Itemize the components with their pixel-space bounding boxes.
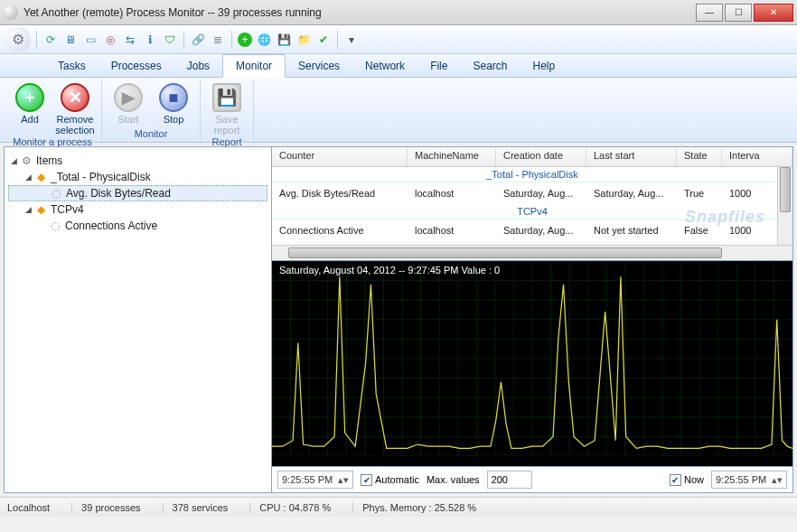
cell-laststart: Saturday, Aug... bbox=[586, 188, 677, 199]
refresh-icon[interactable]: ⟳ bbox=[42, 32, 59, 48]
dropdown-icon[interactable]: ▾ bbox=[343, 32, 360, 48]
save-report-label: Save report bbox=[214, 114, 240, 135]
menu-jobs[interactable]: Jobs bbox=[174, 54, 222, 77]
collapse-icon[interactable]: ◢ bbox=[8, 156, 19, 165]
now-checkbox[interactable]: ✔Now bbox=[670, 474, 704, 486]
col-interval[interactable]: Interva bbox=[722, 147, 792, 166]
time-to-input[interactable]: 9:25:55 PM▴▾ bbox=[711, 471, 787, 489]
status-memory: Phys. Memory : 25.528 % bbox=[352, 502, 476, 513]
tree-node1-label: _Total - PhysicalDisk bbox=[51, 171, 151, 183]
col-creation[interactable]: Creation date bbox=[496, 147, 586, 166]
gear-small-icon: ⚙ bbox=[19, 154, 33, 167]
vertical-scrollbar[interactable] bbox=[777, 167, 792, 245]
remove-selection-button[interactable]: ✕ Remove selection bbox=[54, 81, 96, 135]
add-label: Add bbox=[21, 114, 39, 125]
monitor-icon[interactable]: 🖥 bbox=[62, 32, 79, 48]
cell-creation: Saturday, Aug... bbox=[496, 225, 586, 236]
minimize-button[interactable]: — bbox=[696, 4, 723, 22]
save-report-button[interactable]: 💾 Save report bbox=[206, 81, 248, 135]
network-icon[interactable]: ⇆ bbox=[122, 32, 138, 48]
screen-icon[interactable]: ▭ bbox=[82, 32, 98, 48]
cell-counter: Connections Active bbox=[272, 225, 408, 236]
shield-icon[interactable]: 🛡 bbox=[162, 32, 178, 48]
folder-icon[interactable]: 📁 bbox=[295, 32, 312, 48]
status-cpu: CPU : 04.878 % bbox=[249, 502, 331, 513]
link-icon[interactable]: 🔗 bbox=[190, 32, 206, 48]
start-label: Start bbox=[117, 114, 138, 125]
col-laststart[interactable]: Last start bbox=[586, 147, 677, 166]
check-icon: ✔ bbox=[670, 474, 681, 486]
tree-node2-label: TCPv4 bbox=[51, 203, 84, 216]
col-state[interactable]: State bbox=[677, 147, 722, 166]
automatic-checkbox[interactable]: ✔Automatic bbox=[361, 474, 419, 486]
maximize-button[interactable]: ☐ bbox=[725, 4, 752, 22]
max-values-input[interactable]: 200 bbox=[487, 471, 532, 489]
save-icon[interactable]: 💾 bbox=[276, 32, 292, 48]
start-button[interactable]: ▶ Start bbox=[108, 81, 149, 127]
plus-icon: + bbox=[15, 83, 44, 112]
counter-icon: ◌ bbox=[48, 219, 62, 232]
x-icon: ✕ bbox=[61, 83, 89, 112]
status-bar: Localhost 39 processes 378 services CPU … bbox=[0, 497, 797, 517]
cell-machine: localhost bbox=[408, 188, 496, 199]
table-group-tcpv4: TCPv4 bbox=[272, 204, 792, 219]
table-row[interactable]: Avg. Disk Bytes/Read localhost Saturday,… bbox=[272, 182, 792, 204]
cell-state: True bbox=[677, 188, 722, 199]
col-machine[interactable]: MachineName bbox=[408, 147, 496, 166]
tree-node-tcpv4[interactable]: ◢ ◆ TCPv4 bbox=[8, 201, 267, 218]
table-header: Counter MachineName Creation date Last s… bbox=[272, 147, 792, 167]
table-row[interactable]: Connections Active localhost Saturday, A… bbox=[272, 219, 792, 241]
counter-icon: ◌ bbox=[49, 187, 63, 200]
tree-view[interactable]: ◢ ⚙ Items ◢ ◆ _Total - PhysicalDisk ◌ Av… bbox=[5, 147, 272, 492]
check-icon[interactable]: ✔ bbox=[315, 32, 332, 48]
right-pane: Counter MachineName Creation date Last s… bbox=[272, 147, 792, 492]
cell-state: False bbox=[677, 225, 722, 236]
menubar: Tasks Processes Jobs Monitor Services Ne… bbox=[0, 54, 797, 78]
table-group-physicaldisk: _Total - PhysicalDisk bbox=[272, 167, 792, 182]
collapse-icon[interactable]: ◢ bbox=[23, 205, 33, 214]
quick-toolbar: ⚙ ⟳ 🖥 ▭ ◎ ⇆ ℹ 🛡 🔗 ≣ + 🌐 💾 📁 ✔ ▾ bbox=[0, 25, 797, 54]
add-button[interactable]: + Add bbox=[9, 81, 51, 135]
max-values-label: Max. values bbox=[427, 474, 480, 485]
collapse-icon[interactable]: ◢ bbox=[23, 173, 33, 182]
table-body: _Total - PhysicalDisk Avg. Disk Bytes/Re… bbox=[272, 167, 792, 245]
category-icon: ◆ bbox=[33, 203, 48, 216]
status-processes: 39 processes bbox=[71, 502, 140, 513]
target-icon[interactable]: ◎ bbox=[102, 32, 118, 48]
stop-button[interactable]: ■ Stop bbox=[153, 81, 194, 127]
status-host: Localhost bbox=[7, 502, 50, 513]
info-icon[interactable]: ℹ bbox=[142, 32, 158, 48]
stepper-icon[interactable]: ▴▾ bbox=[338, 474, 349, 486]
save-report-icon: 💾 bbox=[212, 83, 241, 112]
menu-tasks[interactable]: Tasks bbox=[45, 54, 98, 77]
gear-icon[interactable]: ⚙ bbox=[5, 27, 31, 52]
time-from-input[interactable]: 9:25:55 PM▴▾ bbox=[277, 471, 353, 489]
tree-node-physicaldisk[interactable]: ◢ ◆ _Total - PhysicalDisk bbox=[8, 169, 267, 185]
stack-icon[interactable]: ≣ bbox=[210, 32, 226, 48]
menu-help[interactable]: Help bbox=[520, 54, 568, 77]
stop-label: Stop bbox=[164, 114, 184, 125]
menu-monitor[interactable]: Monitor bbox=[222, 54, 286, 78]
close-button[interactable]: ✕ bbox=[754, 4, 793, 22]
tree-item-connections-active[interactable]: ◌ Connections Active bbox=[8, 218, 267, 234]
stop-icon: ■ bbox=[159, 83, 188, 112]
cell-creation: Saturday, Aug... bbox=[496, 188, 586, 199]
tree-root[interactable]: ◢ ⚙ Items bbox=[8, 153, 267, 169]
automatic-label: Automatic bbox=[375, 474, 419, 485]
chart-canvas bbox=[272, 261, 792, 456]
globe-icon[interactable]: 🌐 bbox=[256, 32, 272, 48]
performance-chart[interactable]: Saturday, August 04, 2012 -- 9:27:45 PM … bbox=[272, 261, 792, 467]
menu-processes[interactable]: Processes bbox=[98, 54, 174, 77]
group-monitor: Monitor bbox=[108, 127, 194, 140]
tree-item-avg-disk-bytes[interactable]: ◌ Avg. Disk Bytes/Read bbox=[8, 185, 267, 201]
horizontal-scrollbar[interactable] bbox=[272, 245, 792, 260]
remove-label: Remove selection bbox=[55, 114, 94, 135]
add-icon[interactable]: + bbox=[238, 33, 252, 47]
menu-services[interactable]: Services bbox=[286, 54, 352, 77]
cell-machine: localhost bbox=[408, 225, 496, 236]
menu-search[interactable]: Search bbox=[460, 54, 520, 77]
menu-file[interactable]: File bbox=[417, 54, 460, 77]
menu-network[interactable]: Network bbox=[352, 54, 417, 77]
col-counter[interactable]: Counter bbox=[272, 147, 408, 166]
stepper-icon[interactable]: ▴▾ bbox=[772, 474, 783, 486]
